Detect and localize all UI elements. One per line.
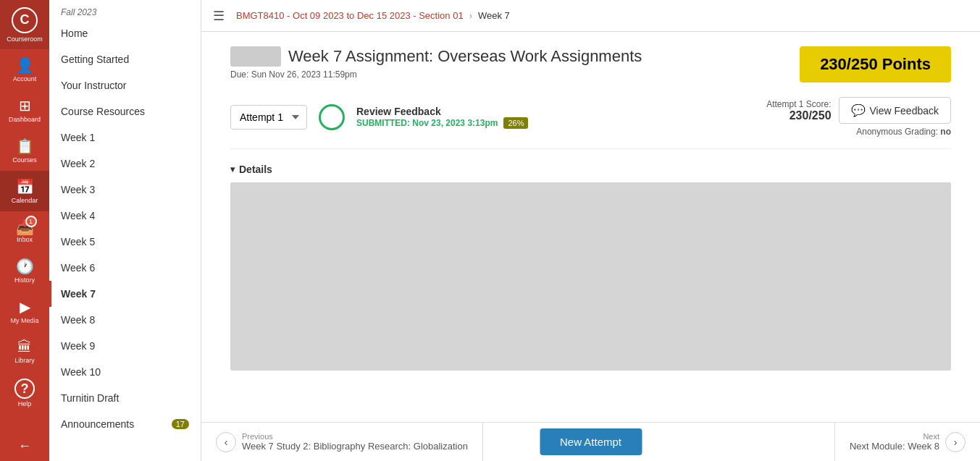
details-toggle[interactable]: ▾ Details xyxy=(230,164,951,175)
hamburger-menu-icon[interactable]: ☰ xyxy=(213,8,225,24)
sidebar-item-label: History xyxy=(14,276,35,284)
sidebar-item-my-media[interactable]: ▶ My Media xyxy=(0,291,49,331)
sidebar-item-label: Calendar xyxy=(12,197,38,204)
logo-label: Courseroom xyxy=(7,35,43,43)
feedback-icon: 💬 xyxy=(851,103,866,117)
course-nav-week-7[interactable]: Week 7 xyxy=(49,281,201,307)
main-content: ☰ BMGT8410 - Oct 09 2023 to Dec 15 2023 … xyxy=(201,0,980,461)
account-icon: 👤 xyxy=(16,56,34,74)
library-icon: 🏛 xyxy=(17,339,32,355)
assignment-title: Week 7 Assignment: Overseas Work Assignm… xyxy=(230,46,642,67)
sidebar-item-history[interactable]: 🕐 History xyxy=(0,250,49,291)
sidebar-item-account[interactable]: 👤 Account xyxy=(0,49,49,90)
sidebar-item-label: Inbox xyxy=(17,236,33,243)
sidebar-item-label: Courses xyxy=(12,156,37,164)
my-media-icon: ▶ xyxy=(20,298,30,316)
previous-label: Previous xyxy=(242,432,468,441)
sidebar-item-label: Dashboard xyxy=(9,116,41,123)
course-nav-sidebar: Fall 2023 Home Getting Started Your Inst… xyxy=(49,0,201,461)
review-block: Review Feedback SUBMITTED: Nov 23, 2023 … xyxy=(356,106,528,129)
course-nav-week-1[interactable]: Week 1 xyxy=(49,124,201,151)
history-icon: 🕐 xyxy=(16,258,34,275)
breadcrumb-current: Week 7 xyxy=(478,10,510,21)
sidebar-item-label: Library xyxy=(14,357,35,364)
course-nav-week-3[interactable]: Week 3 xyxy=(49,177,201,203)
course-nav-course-resources[interactable]: Course Resources xyxy=(49,98,201,124)
courseroom-logo[interactable]: C Courseroom xyxy=(0,0,49,49)
course-nav-week-9[interactable]: Week 9 xyxy=(49,333,201,359)
attempt-select[interactable]: Attempt 1 xyxy=(230,105,307,130)
assignment-title-block: Week 7 Assignment: Overseas Work Assignm… xyxy=(230,46,642,80)
breadcrumb-course-link[interactable]: BMGT8410 - Oct 09 2023 to Dec 15 2023 - … xyxy=(236,10,464,21)
view-feedback-button[interactable]: 💬 View Feedback xyxy=(839,97,951,124)
status-inner xyxy=(328,114,335,121)
collapse-icon: ← xyxy=(18,439,31,454)
score-feedback-row: Attempt 1 Score: 230/250 💬 View Feedback xyxy=(766,97,951,124)
collapse-sidebar-button[interactable]: ← xyxy=(0,431,49,461)
sidebar-item-label: My Media xyxy=(10,317,38,324)
course-nav-your-instructor[interactable]: Your Instructor xyxy=(49,72,201,98)
previous-nav[interactable]: ‹ Previous Week 7 Study 2: Bibliography … xyxy=(201,423,483,461)
title-image-placeholder xyxy=(230,46,281,67)
course-nav-week-6[interactable]: Week 6 xyxy=(49,255,201,281)
sidebar-item-dashboard[interactable]: ⊞ Dashboard xyxy=(0,90,49,130)
help-icon: ? xyxy=(14,378,35,399)
next-item-name: Next Module: Week 8 xyxy=(850,441,939,452)
total-score-badge: 230/250 Points xyxy=(800,46,951,83)
details-section: ▾ Details xyxy=(230,164,951,371)
attempt-score-value: 230/250 xyxy=(766,109,831,122)
course-nav-announcements[interactable]: Announcements 17 xyxy=(49,411,201,437)
sidebar-item-help[interactable]: ? Help xyxy=(0,371,49,415)
review-feedback-title: Review Feedback xyxy=(356,106,528,117)
next-arrow-icon: › xyxy=(945,432,966,452)
breadcrumb-bar: ☰ BMGT8410 - Oct 09 2023 to Dec 15 2023 … xyxy=(201,0,980,32)
logo-icon: C xyxy=(12,7,38,33)
submission-status-circle xyxy=(319,104,345,130)
next-nav[interactable]: Next Next Module: Week 8 › xyxy=(834,423,980,461)
attempt-row: Attempt 1 Review Feedback SUBMITTED: Nov… xyxy=(230,97,951,149)
content-area: Week 7 Assignment: Overseas Work Assignm… xyxy=(201,32,980,422)
previous-item-name: Week 7 Study 2: Bibliography Research: G… xyxy=(242,441,468,452)
course-nav-turnitin-draft[interactable]: Turnitin Draft xyxy=(49,385,201,411)
breadcrumb-separator: › xyxy=(469,10,472,21)
course-nav-week-5[interactable]: Week 5 xyxy=(49,229,201,255)
sidebar-item-courses[interactable]: 📋 Courses xyxy=(0,130,49,171)
announcements-badge: 17 xyxy=(172,419,189,429)
previous-text-block: Previous Week 7 Study 2: Bibliography Re… xyxy=(242,432,468,452)
details-label: Details xyxy=(239,164,272,175)
bottom-nav: ‹ Previous Week 7 Study 2: Bibliography … xyxy=(201,422,980,461)
new-attempt-button[interactable]: New Attempt xyxy=(540,428,642,455)
sidebar-item-calendar[interactable]: 📅 Calendar xyxy=(0,171,49,211)
sidebar-item-inbox[interactable]: 📥 1 Inbox xyxy=(0,211,49,250)
courses-icon: 📋 xyxy=(16,138,34,155)
anonymous-grading: Anonymous Grading: no xyxy=(856,127,951,137)
course-nav-week-4[interactable]: Week 4 xyxy=(49,203,201,229)
previous-arrow-icon: ‹ xyxy=(216,432,236,452)
inbox-icon-wrap: 📥 1 xyxy=(16,219,34,236)
course-nav-week-8[interactable]: Week 8 xyxy=(49,307,201,333)
next-label: Next xyxy=(850,432,939,441)
score-and-feedback: Attempt 1 Score: 230/250 💬 View Feedback… xyxy=(766,97,951,137)
semester-label: Fall 2023 xyxy=(49,0,201,20)
inbox-badge: 1 xyxy=(25,216,37,227)
sidebar-red: C Courseroom 👤 Account ⊞ Dashboard 📋 Cou… xyxy=(0,0,49,461)
course-nav-home[interactable]: Home xyxy=(49,20,201,46)
submission-date: SUBMITTED: Nov 23, 2023 3:13pm xyxy=(356,118,498,128)
calendar-icon: 📅 xyxy=(16,178,34,195)
sidebar-item-label: Account xyxy=(13,75,37,83)
next-text-block: Next Next Module: Week 8 xyxy=(850,432,939,452)
turnitin-badge: 26% xyxy=(503,117,528,129)
assignment-content-area xyxy=(230,182,951,371)
dashboard-icon: ⊞ xyxy=(19,97,31,114)
chevron-down-icon: ▾ xyxy=(230,164,235,174)
course-nav-week-10[interactable]: Week 10 xyxy=(49,359,201,385)
assignment-due-date: Due: Sun Nov 26, 2023 11:59pm xyxy=(230,69,642,80)
attempt-score-block: Attempt 1 Score: 230/250 xyxy=(766,99,831,122)
sidebar-item-library[interactable]: 🏛 Library xyxy=(0,331,49,371)
attempt-score-label: Attempt 1 Score: xyxy=(766,99,831,109)
course-nav-week-2[interactable]: Week 2 xyxy=(49,151,201,177)
assignment-header: Week 7 Assignment: Overseas Work Assignm… xyxy=(230,46,951,83)
course-nav-getting-started[interactable]: Getting Started xyxy=(49,46,201,72)
sidebar-item-label: Help xyxy=(18,400,32,407)
